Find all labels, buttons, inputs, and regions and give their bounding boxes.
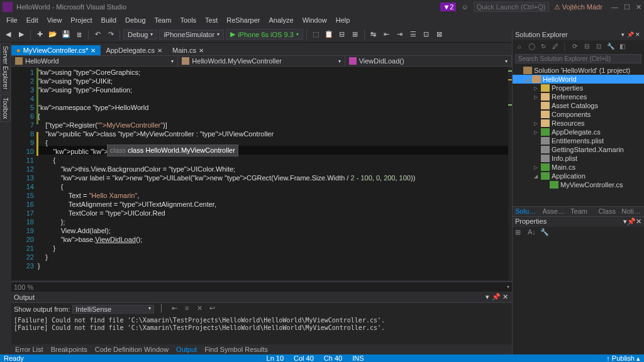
props-close-icon[interactable]: ✕ — [636, 217, 641, 226]
se-props-icon[interactable]: 🔧 — [606, 42, 615, 51]
panel-tab[interactable]: Team Explo… — [568, 207, 596, 216]
tab-close-icon[interactable]: ✕ — [91, 47, 96, 54]
tree-node[interactable]: ▷Main.cs — [513, 163, 644, 172]
line-number[interactable]: 9 — [13, 138, 34, 147]
tb-icon-9[interactable]: ⊡ — [421, 29, 432, 40]
line-number[interactable]: 19 — [13, 226, 34, 235]
tree-node[interactable]: GettingStarted.Xamarin — [513, 145, 644, 154]
config-combo[interactable]: Debug — [123, 30, 157, 40]
nav-fwd-icon[interactable]: ▶ — [16, 29, 27, 40]
se-close-icon[interactable]: ✕ — [634, 31, 641, 38]
line-number[interactable]: 15 — [13, 191, 34, 200]
menu-analyze[interactable]: Analyze — [265, 15, 297, 25]
line-number[interactable]: 11 — [13, 156, 34, 165]
line-number[interactable]: 21 — [13, 244, 34, 253]
menu-debug[interactable]: Debug — [121, 15, 149, 25]
panel-tab[interactable]: Class View — [596, 207, 619, 216]
tree-node[interactable]: ▷AppDelegate.cs — [513, 128, 644, 136]
line-number[interactable]: 1 — [13, 68, 34, 77]
se-home-icon[interactable]: ⌂ — [515, 42, 524, 51]
line-number[interactable]: 22 — [13, 253, 34, 261]
status-publish[interactable]: ↑ Publish ▴ — [606, 354, 640, 363]
tree-node[interactable]: ▷References — [513, 92, 644, 101]
line-number[interactable]: 16 — [13, 200, 34, 209]
redo-icon[interactable]: ↷ — [105, 29, 116, 40]
se-pin-icon[interactable]: 📌 — [626, 31, 634, 38]
platform-combo[interactable]: iPhoneSimulator — [159, 30, 224, 40]
tree-node[interactable]: Solution 'HelloWorld' (1 project) — [513, 66, 644, 75]
tree-node[interactable]: Entitlements.plist — [513, 136, 644, 145]
se-refresh-icon[interactable]: ⟳ — [570, 42, 579, 51]
quick-launch-input[interactable] — [474, 2, 549, 12]
line-number[interactable]: 5 — [13, 103, 34, 112]
line-number[interactable]: 7 — [13, 121, 34, 129]
doc-tab[interactable]: AppDelegate.cs ✕ — [101, 45, 167, 55]
bottom-tab[interactable]: Breakpoints — [47, 345, 91, 354]
line-number[interactable]: 8 — [13, 129, 34, 138]
tb-icon-4[interactable]: ⊞ — [350, 29, 361, 40]
menu-resharper[interactable]: ReSharper — [223, 15, 264, 25]
tb-icon-2[interactable]: 📋 — [323, 29, 335, 40]
tab-close-icon[interactable]: ✕ — [157, 47, 162, 54]
line-number[interactable]: 13 — [13, 173, 34, 182]
menu-test[interactable]: Test — [201, 15, 221, 25]
tree-node[interactable]: Asset Catalogs — [513, 101, 644, 110]
se-i4[interactable]: 🖉 — [551, 42, 560, 51]
props-pin-icon[interactable]: 📌 — [627, 217, 636, 226]
panel-tab[interactable]: Solution Ex… — [513, 207, 540, 216]
tb-icon-7[interactable]: ⇥ — [394, 29, 406, 40]
tb-icon-10[interactable]: ⊠ — [434, 29, 445, 40]
doc-tab[interactable]: ● MyViewController.cs* ✕ — [11, 45, 101, 55]
line-number[interactable]: 6 — [13, 112, 34, 121]
code-editor[interactable]: "kw">using "type">CoreGraphics; "kw">usi… — [38, 67, 512, 280]
props-cat-icon[interactable]: ⊞ — [515, 228, 525, 238]
nav-project[interactable]: HelloWorld — [11, 56, 178, 66]
signed-in-user[interactable]: Vojtěch Mádr — [554, 3, 602, 11]
doc-tab[interactable]: Main.cs ✕ — [167, 45, 209, 55]
menu-edit[interactable]: Edit — [23, 15, 42, 25]
tree-node[interactable]: ◢HelloWorld — [513, 75, 644, 84]
output-ico-3[interactable]: ≡ — [182, 304, 192, 314]
close-button[interactable]: ✕ — [636, 3, 641, 11]
line-number[interactable]: 14 — [13, 182, 34, 191]
line-number[interactable]: 18 — [13, 217, 34, 226]
se-sync-icon[interactable]: ↻ — [539, 42, 548, 51]
output-dropdown-icon[interactable]: ▾ — [483, 293, 492, 301]
props-page-icon[interactable]: 🔧 — [540, 228, 550, 238]
output-ico-2[interactable]: ⇤ — [169, 304, 179, 314]
output-text[interactable]: [Failure] Could not find file 'C:\Xamari… — [11, 315, 512, 344]
start-debug-button[interactable]: ▶ iPhone 6s iOS 9.3 — [226, 29, 303, 40]
props-az-icon[interactable]: A↓ — [528, 228, 538, 238]
open-icon[interactable]: 📂 — [47, 29, 58, 40]
se-collapse-icon[interactable]: ⊟ — [582, 42, 591, 51]
menu-help[interactable]: Help — [332, 15, 354, 25]
line-number[interactable]: 3 — [13, 85, 34, 94]
undo-icon[interactable]: ↶ — [92, 29, 103, 40]
feedback-icon[interactable]: ☺ — [461, 3, 468, 11]
nav-back-icon[interactable]: ◀ — [3, 29, 14, 40]
se-showall-icon[interactable]: ⊡ — [594, 42, 603, 51]
menu-window[interactable]: Window — [299, 15, 331, 25]
line-number[interactable]: 20 — [13, 235, 34, 244]
output-clear-icon[interactable]: ✕ — [194, 304, 204, 314]
toolbox-tab[interactable]: Toolbox — [0, 94, 11, 122]
menu-project[interactable]: Project — [67, 15, 96, 25]
tree-node[interactable]: ◢Application — [513, 172, 644, 180]
menu-file[interactable]: File — [3, 15, 21, 25]
menu-build[interactable]: Build — [97, 15, 120, 25]
line-number[interactable]: 10 — [13, 147, 34, 156]
bottom-tab[interactable]: Output — [172, 345, 201, 354]
menu-view[interactable]: View — [43, 15, 66, 25]
tree-node[interactable]: ▷Properties — [513, 84, 644, 92]
new-project-icon[interactable]: ✚ — [34, 29, 45, 40]
panel-tab[interactable]: Assembly E… — [540, 207, 568, 216]
line-number[interactable]: 2 — [13, 77, 34, 85]
minimize-button[interactable]: — — [611, 3, 618, 11]
se-search-input[interactable] — [515, 54, 641, 63]
line-number[interactable]: 12 — [13, 165, 34, 173]
nav-member[interactable]: ViewDidLoad() — [345, 56, 512, 66]
menu-team[interactable]: Team — [151, 15, 175, 25]
output-close-icon[interactable]: ✕ — [501, 293, 509, 301]
save-icon[interactable]: 💾 — [60, 29, 72, 40]
maximize-button[interactable]: ☐ — [624, 3, 630, 11]
